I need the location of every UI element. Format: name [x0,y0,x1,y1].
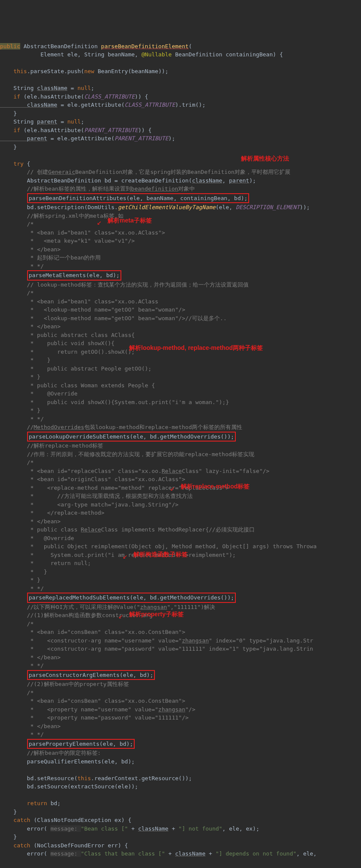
arrow-icon: ↙ [97,216,102,228]
annotation-6: 解析property子标签 [129,610,184,619]
annotation-2: 解析meta子标签 [108,216,152,225]
arrow-icon: ↙ [118,610,123,621]
arrow-icon: ↙ [123,550,127,562]
annotation-3: 解析lookup-method, replace-method两种子标签 [129,343,263,352]
annotation-1: 解析属性核心方法 [241,154,289,163]
annotation-4: 解析replace-method标签 [181,482,250,491]
code-block: public AbstractBeanDefinition parseBeanD… [0,34,361,858]
annotation-5: 解析构造函数子标签 [133,550,188,559]
highlight-box-1: parseBeanDefinitionAttributes(ele, beanN… [27,193,250,204]
highlight-box-4: parseReplacedMethodSubElements(ele, bd.g… [27,593,236,603]
highlight-box-2: parseMetaElements(ele, bd); [27,270,121,281]
kw-public: public [0,43,20,49]
highlight-box-5: parseConstructorArgElements(ele, bd); [27,670,155,680]
arrow-icon: ↙ [170,482,175,494]
highlight-box-3: parseLookupOverrideSubElements(ele, bd.g… [27,432,236,442]
highlight-box-6: parsePropertyElements(ele, bd); [27,739,135,749]
method-name: parseBeanDefinitionElement [101,43,189,49]
